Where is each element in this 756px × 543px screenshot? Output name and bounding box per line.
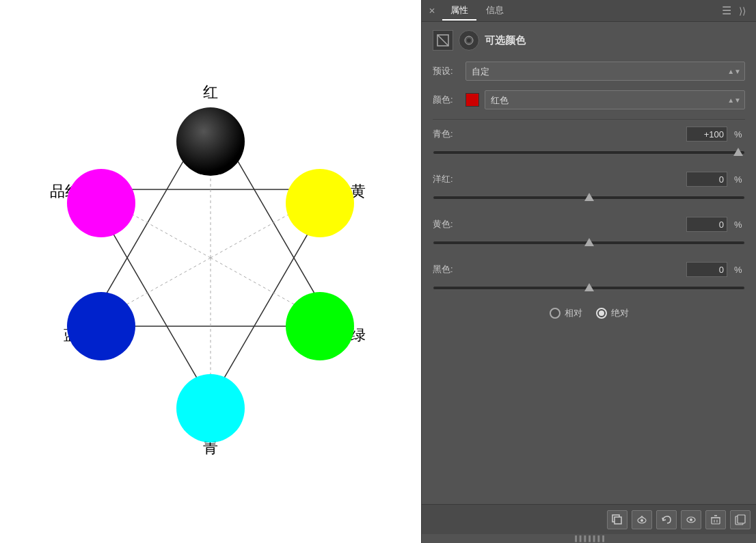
toolbar-btn-delete[interactable] [705,510,726,529]
color-swatch[interactable] [465,93,479,107]
svg-text:红: 红 [203,83,218,101]
yellow-slider-section: 黄色: 0 % [433,217,745,250]
color-row: 颜色: 红色 黄色 绿色 青色 蓝色 品红 白色 中性色 黑色 ▲▼ [433,90,745,109]
svg-rect-36 [738,515,745,523]
svg-point-15 [286,169,354,237]
svg-rect-25 [615,517,621,524]
black-slider-track-container[interactable] [433,281,745,295]
yellow-slider-track-container[interactable] [433,236,745,250]
canvas-area: 红 黄 绿 青 蓝 品红 [0,0,421,543]
yellow-slider-track[interactable] [433,241,745,245]
cyan-slider-section: 青色: +100 % [433,127,745,159]
svg-rect-30 [712,518,720,524]
yellow-input-row: 黄色: 0 % [433,217,745,232]
panel-bottom-dots: ▐▐▐▐▐▐▐ [422,534,756,543]
black-unit: % [734,265,745,275]
magenta-slider-track-container[interactable] [433,191,745,204]
magenta-slider-track[interactable] [433,196,745,200]
svg-point-29 [690,518,692,521]
panel-content: 可选颜色 预设: 自定 ▲▼ 颜色: 红色 黄色 绿色 青色 蓝色 [422,22,756,504]
magenta-input-row: 洋红: 0 % [433,172,745,187]
color-select[interactable]: 红色 黄色 绿色 青色 蓝色 品红 白色 中性色 黑色 [485,90,745,109]
svg-point-27 [640,519,643,522]
yellow-label: 黄色: [433,218,682,230]
cyan-value[interactable]: +100 [686,127,727,142]
cyan-label: 青色: [433,128,682,140]
cyan-slider-thumb[interactable] [733,148,743,156]
svg-point-17 [176,374,245,442]
toolbar-btn-eye-with-arrow[interactable] [632,510,652,529]
magenta-label: 洋红: [433,173,682,185]
panel-header: ✕ 属性 信息 ☰ ⟩⟩ [422,0,756,22]
panel: ✕ 属性 信息 ☰ ⟩⟩ 可选颜色 [421,0,756,543]
black-slider-thumb[interactable] [584,283,594,291]
color-diagram: 红 黄 绿 青 蓝 品红 [46,59,375,484]
panel-title: 可选颜色 [485,34,526,47]
preset-select-wrapper: 自定 ▲▼ [465,62,745,81]
yellow-slider-thumb[interactable] [584,238,594,246]
panel-collapse-button[interactable]: ⟩⟩ [734,0,751,22]
black-slider-track[interactable] [433,286,745,290]
radio-absolute[interactable]: 绝对 [596,307,629,319]
preset-row: 预设: 自定 ▲▼ [433,62,745,81]
svg-point-16 [286,292,354,360]
preset-label: 预设: [433,65,460,77]
radio-relative-circle[interactable] [550,308,561,319]
panel-toolbar [422,504,756,534]
toolbar-btn-undo[interactable] [656,510,677,529]
radio-relative[interactable]: 相对 [550,307,582,319]
panel-menu-icon[interactable]: ☰ [722,4,731,17]
tab-properties[interactable]: 属性 [442,1,476,21]
cyan-slider-track[interactable] [433,150,745,155]
radio-absolute-label: 绝对 [611,307,629,319]
toolbar-btn-stamp[interactable] [607,510,627,529]
toolbar-btn-new[interactable] [730,510,751,529]
cyan-input-row: 青色: +100 % [433,127,745,142]
preset-select[interactable]: 自定 [465,62,745,81]
black-label: 黑色: [433,263,682,276]
magenta-unit: % [734,174,745,185]
svg-point-18 [67,292,135,360]
radio-absolute-circle[interactable] [596,308,607,319]
black-input-row: 黑色: 0 % [433,262,745,277]
divider-1 [433,119,745,120]
toolbar-btn-visibility[interactable] [681,510,701,529]
svg-line-21 [437,35,448,46]
tab-info[interactable]: 信息 [478,1,512,21]
cyan-slider-track-container[interactable] [433,146,745,159]
yellow-value[interactable]: 0 [686,217,727,232]
color-select-wrapper: 红色 黄色 绿色 青色 蓝色 品红 白色 中性色 黑色 ▲▼ [485,90,745,109]
black-value[interactable]: 0 [686,262,727,277]
svg-point-19 [67,169,135,237]
cyan-unit: % [734,129,745,140]
black-slider-section: 黑色: 0 % [433,262,745,295]
radio-relative-label: 相对 [565,307,582,319]
yellow-unit: % [734,220,745,230]
panel-tabs: 属性 信息 [442,1,722,21]
magenta-value[interactable]: 0 [686,172,727,187]
magenta-slider-thumb[interactable] [584,193,594,201]
mask-icon [433,30,453,51]
svg-point-14 [176,107,245,176]
magenta-slider-section: 洋红: 0 % [433,172,745,204]
close-button[interactable]: ✕ [427,6,437,16]
color-label: 颜色: [433,94,460,106]
title-row: 可选颜色 [433,30,745,51]
svg-point-23 [467,38,471,42]
circle-icon [459,30,479,51]
radio-row: 相对 绝对 [433,307,745,319]
